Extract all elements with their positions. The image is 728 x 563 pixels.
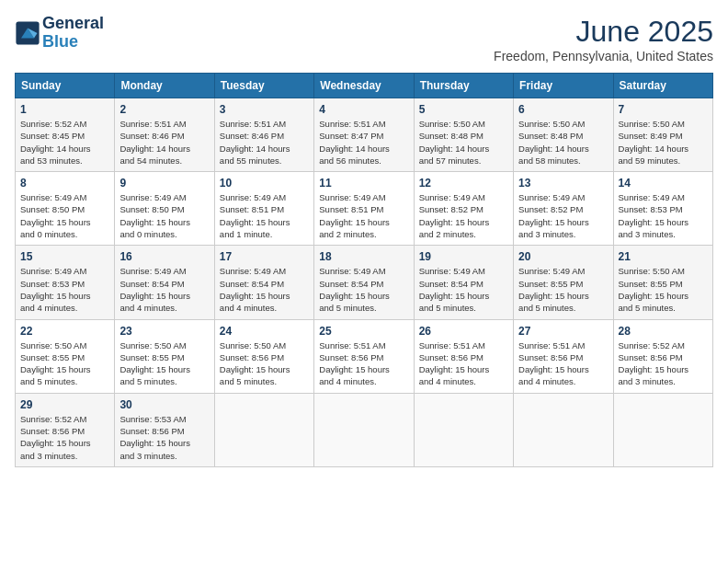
day-number: 18: [319, 250, 408, 263]
day-number: 3: [220, 103, 309, 116]
day-info: Sunrise: 5:49 AM Sunset: 8:51 PM Dayligh…: [220, 191, 309, 240]
day-info: Sunrise: 5:49 AM Sunset: 8:53 PM Dayligh…: [619, 191, 708, 240]
day-number: 29: [20, 398, 109, 411]
day-info: Sunrise: 5:49 AM Sunset: 8:52 PM Dayligh…: [419, 191, 508, 240]
table-row: 25Sunrise: 5:51 AM Sunset: 8:56 PM Dayli…: [314, 319, 414, 393]
day-info: Sunrise: 5:52 AM Sunset: 8:56 PM Dayligh…: [619, 339, 708, 388]
day-number: 2: [119, 103, 209, 116]
day-info: Sunrise: 5:50 AM Sunset: 8:55 PM Dayligh…: [20, 339, 109, 388]
day-info: Sunrise: 5:49 AM Sunset: 8:50 PM Dayligh…: [20, 191, 109, 240]
location-title: Freedom, Pennsylvania, United States: [494, 49, 713, 63]
table-row: [613, 393, 712, 466]
day-number: 8: [20, 177, 109, 190]
header-monday: Monday: [115, 74, 214, 98]
day-info: Sunrise: 5:50 AM Sunset: 8:48 PM Dayligh…: [419, 118, 508, 167]
table-row: 17Sunrise: 5:49 AM Sunset: 8:54 PM Dayli…: [214, 246, 313, 319]
table-row: 20Sunrise: 5:49 AM Sunset: 8:55 PM Dayli…: [514, 246, 613, 319]
table-row: 19Sunrise: 5:49 AM Sunset: 8:54 PM Dayli…: [414, 246, 513, 319]
table-row: 8Sunrise: 5:49 AM Sunset: 8:50 PM Daylig…: [16, 172, 115, 246]
day-info: Sunrise: 5:51 AM Sunset: 8:46 PM Dayligh…: [220, 118, 309, 167]
table-row: 3Sunrise: 5:51 AM Sunset: 8:46 PM Daylig…: [214, 98, 313, 172]
table-row: 24Sunrise: 5:50 AM Sunset: 8:56 PM Dayli…: [214, 319, 313, 393]
day-info: Sunrise: 5:49 AM Sunset: 8:51 PM Dayligh…: [319, 191, 408, 240]
day-number: 6: [518, 103, 608, 116]
logo: General Blue: [15, 15, 104, 52]
day-number: 13: [518, 177, 608, 190]
day-info: Sunrise: 5:49 AM Sunset: 8:52 PM Dayligh…: [518, 191, 608, 240]
table-row: 29Sunrise: 5:52 AM Sunset: 8:56 PM Dayli…: [16, 393, 115, 466]
day-number: 30: [119, 398, 209, 411]
day-info: Sunrise: 5:51 AM Sunset: 8:56 PM Dayligh…: [419, 339, 508, 388]
day-number: 7: [619, 103, 708, 116]
table-row: 14Sunrise: 5:49 AM Sunset: 8:53 PM Dayli…: [613, 172, 712, 246]
day-info: Sunrise: 5:50 AM Sunset: 8:55 PM Dayligh…: [119, 339, 209, 388]
table-row: 9Sunrise: 5:49 AM Sunset: 8:50 PM Daylig…: [115, 172, 214, 246]
day-number: 9: [119, 177, 209, 190]
title-area: June 2025 Freedom, Pennsylvania, United …: [494, 15, 713, 63]
day-number: 28: [619, 325, 708, 338]
day-info: Sunrise: 5:49 AM Sunset: 8:54 PM Dayligh…: [419, 265, 508, 314]
table-row: 30Sunrise: 5:53 AM Sunset: 8:56 PM Dayli…: [115, 393, 214, 466]
table-row: 6Sunrise: 5:50 AM Sunset: 8:48 PM Daylig…: [514, 98, 613, 172]
day-info: Sunrise: 5:53 AM Sunset: 8:56 PM Dayligh…: [119, 413, 209, 462]
header-wednesday: Wednesday: [314, 74, 414, 98]
calendar-header-row: Sunday Monday Tuesday Wednesday Thursday…: [16, 74, 713, 98]
calendar-week-row: 8Sunrise: 5:49 AM Sunset: 8:50 PM Daylig…: [16, 172, 713, 246]
table-row: 28Sunrise: 5:52 AM Sunset: 8:56 PM Dayli…: [613, 319, 712, 393]
header-tuesday: Tuesday: [214, 74, 313, 98]
table-row: 22Sunrise: 5:50 AM Sunset: 8:55 PM Dayli…: [16, 319, 115, 393]
day-number: 5: [419, 103, 508, 116]
day-number: 14: [619, 177, 708, 190]
day-number: 12: [419, 177, 508, 190]
table-row: [314, 393, 414, 466]
day-number: 23: [119, 325, 209, 338]
day-info: Sunrise: 5:51 AM Sunset: 8:47 PM Dayligh…: [319, 118, 408, 167]
table-row: 2Sunrise: 5:51 AM Sunset: 8:46 PM Daylig…: [115, 98, 214, 172]
logo-icon: [15, 20, 40, 46]
table-row: 18Sunrise: 5:49 AM Sunset: 8:54 PM Dayli…: [314, 246, 414, 319]
table-row: [214, 393, 313, 466]
day-info: Sunrise: 5:52 AM Sunset: 8:45 PM Dayligh…: [20, 118, 109, 167]
day-info: Sunrise: 5:52 AM Sunset: 8:56 PM Dayligh…: [20, 413, 109, 462]
logo-line2: Blue: [42, 33, 104, 52]
day-number: 27: [518, 325, 608, 338]
day-info: Sunrise: 5:51 AM Sunset: 8:56 PM Dayligh…: [319, 339, 408, 388]
month-title: June 2025: [494, 15, 713, 49]
table-row: 27Sunrise: 5:51 AM Sunset: 8:56 PM Dayli…: [514, 319, 613, 393]
table-row: 4Sunrise: 5:51 AM Sunset: 8:47 PM Daylig…: [314, 98, 414, 172]
calendar-table: Sunday Monday Tuesday Wednesday Thursday…: [15, 73, 713, 467]
day-info: Sunrise: 5:50 AM Sunset: 8:56 PM Dayligh…: [220, 339, 309, 388]
day-info: Sunrise: 5:50 AM Sunset: 8:48 PM Dayligh…: [518, 118, 608, 167]
calendar-week-row: 22Sunrise: 5:50 AM Sunset: 8:55 PM Dayli…: [16, 319, 713, 393]
table-row: [414, 393, 513, 466]
day-info: Sunrise: 5:50 AM Sunset: 8:49 PM Dayligh…: [619, 118, 708, 167]
day-number: 15: [20, 250, 109, 263]
day-number: 17: [220, 250, 309, 263]
logo-line1: General: [42, 15, 104, 33]
table-row: 5Sunrise: 5:50 AM Sunset: 8:48 PM Daylig…: [414, 98, 513, 172]
day-info: Sunrise: 5:49 AM Sunset: 8:53 PM Dayligh…: [20, 265, 109, 314]
table-row: 15Sunrise: 5:49 AM Sunset: 8:53 PM Dayli…: [16, 246, 115, 319]
day-number: 11: [319, 177, 408, 190]
header-saturday: Saturday: [613, 74, 712, 98]
header-thursday: Thursday: [414, 74, 513, 98]
day-info: Sunrise: 5:49 AM Sunset: 8:54 PM Dayligh…: [119, 265, 209, 314]
page-header: General Blue June 2025 Freedom, Pennsylv…: [15, 15, 713, 63]
day-number: 16: [119, 250, 209, 263]
day-number: 22: [20, 325, 109, 338]
day-info: Sunrise: 5:51 AM Sunset: 8:46 PM Dayligh…: [119, 118, 209, 167]
table-row: 21Sunrise: 5:50 AM Sunset: 8:55 PM Dayli…: [613, 246, 712, 319]
day-number: 1: [20, 103, 109, 116]
table-row: 7Sunrise: 5:50 AM Sunset: 8:49 PM Daylig…: [613, 98, 712, 172]
day-number: 10: [220, 177, 309, 190]
table-row: 16Sunrise: 5:49 AM Sunset: 8:54 PM Dayli…: [115, 246, 214, 319]
day-info: Sunrise: 5:49 AM Sunset: 8:55 PM Dayligh…: [518, 265, 608, 314]
calendar-week-row: 29Sunrise: 5:52 AM Sunset: 8:56 PM Dayli…: [16, 393, 713, 466]
day-info: Sunrise: 5:51 AM Sunset: 8:56 PM Dayligh…: [518, 339, 608, 388]
table-row: 23Sunrise: 5:50 AM Sunset: 8:55 PM Dayli…: [115, 319, 214, 393]
table-row: 26Sunrise: 5:51 AM Sunset: 8:56 PM Dayli…: [414, 319, 513, 393]
day-number: 20: [518, 250, 608, 263]
day-info: Sunrise: 5:50 AM Sunset: 8:55 PM Dayligh…: [619, 265, 708, 314]
day-info: Sunrise: 5:49 AM Sunset: 8:54 PM Dayligh…: [220, 265, 309, 314]
calendar-week-row: 1Sunrise: 5:52 AM Sunset: 8:45 PM Daylig…: [16, 98, 713, 172]
